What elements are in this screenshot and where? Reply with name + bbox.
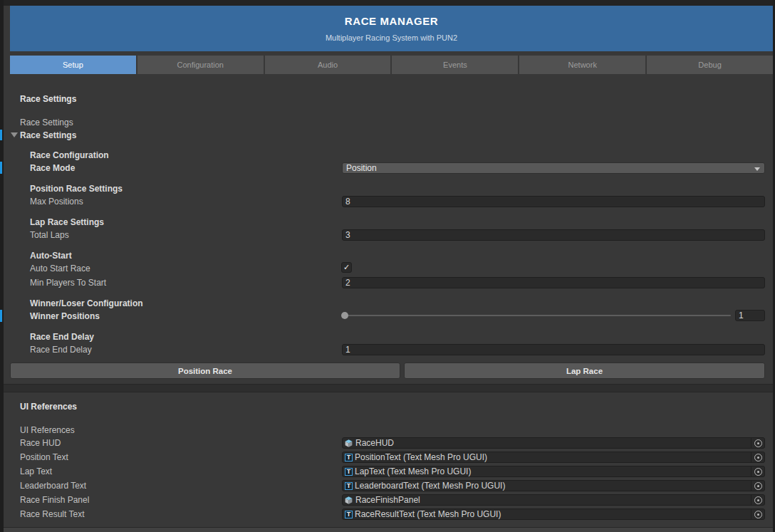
- chevron-down-icon: [754, 167, 760, 171]
- total-laps-label: Total Laps: [30, 229, 69, 241]
- max-positions-field[interactable]: 8: [342, 196, 765, 207]
- header-banner: RACE MANAGER Multiplayer Racing System w…: [10, 6, 773, 51]
- object-field-value: RaceHUD: [355, 438, 751, 448]
- tmp-text-icon: T: [345, 468, 353, 476]
- ui-references-section-title: UI References: [20, 401, 77, 412]
- race-settings-group-label: Race Settings: [20, 117, 73, 128]
- tmp-text-icon: T: [345, 454, 353, 461]
- lap-race-settings-header: Lap Race Settings: [30, 217, 104, 228]
- next-section-strip: [4, 527, 773, 532]
- position-race-button[interactable]: Position Race: [10, 363, 400, 379]
- gameobject-icon: [344, 496, 354, 505]
- auto-start-race-checkbox[interactable]: ✓: [341, 262, 352, 273]
- tmp-text-icon: T: [345, 482, 353, 490]
- race-end-delay-header: Race End Delay: [30, 331, 94, 343]
- race-result-text-label: Race Result Text: [20, 508, 85, 520]
- object-field-value: PositionText (Text Mesh Pro UGUI): [355, 452, 751, 462]
- object-field-value: LeaderboardText (Text Mesh Pro UGUI): [355, 481, 751, 491]
- lap-text-object-field[interactable]: T LapText (Text Mesh Pro UGUI): [342, 466, 765, 477]
- winner-positions-slider-track[interactable]: [342, 315, 731, 316]
- object-picker-icon[interactable]: [751, 509, 764, 519]
- auto-start-header: Auto-Start: [30, 250, 72, 261]
- object-field-value: LapText (Text Mesh Pro UGUI): [355, 466, 751, 476]
- object-picker-icon[interactable]: [751, 452, 764, 462]
- tab-bar: Setup Configuration Audio Events Network…: [10, 56, 773, 74]
- object-picker-icon[interactable]: [751, 466, 764, 476]
- race-hud-label: Race HUD: [20, 437, 61, 449]
- window-edge-top: [0, 0, 775, 6]
- tmp-text-icon: T: [345, 511, 353, 518]
- auto-start-race-label: Auto Start Race: [30, 263, 90, 274]
- leaderboard-text-object-field[interactable]: T LeaderboardText (Text Mesh Pro UGUI): [342, 480, 765, 491]
- winner-positions-slider-handle[interactable]: [341, 312, 348, 319]
- lap-race-button[interactable]: Lap Race: [404, 363, 765, 379]
- race-hud-object-field[interactable]: RaceHUD: [342, 437, 765, 449]
- leaderboard-text-label: Leaderboard Text: [20, 480, 86, 491]
- object-picker-icon[interactable]: [751, 438, 764, 448]
- lap-text-label: Lap Text: [20, 466, 52, 477]
- tab-network[interactable]: Network: [519, 56, 645, 74]
- position-text-object-field[interactable]: T PositionText (Text Mesh Pro UGUI): [342, 452, 765, 463]
- min-players-label: Min Players To Start: [30, 277, 106, 288]
- tab-configuration[interactable]: Configuration: [137, 56, 264, 74]
- race-settings-foldout[interactable]: Race Settings: [20, 130, 76, 141]
- tab-audio[interactable]: Audio: [265, 56, 391, 74]
- foldout-arrow-icon[interactable]: [11, 132, 18, 137]
- object-picker-icon[interactable]: [751, 495, 764, 505]
- gameobject-icon: [344, 439, 354, 448]
- override-indicator: [0, 130, 2, 140]
- max-positions-label: Max Positions: [30, 196, 83, 207]
- race-finish-panel-object-field[interactable]: RaceFinishPanel: [342, 494, 765, 506]
- tab-setup[interactable]: Setup: [10, 56, 136, 74]
- race-result-text-object-field[interactable]: T RaceResultText (Text Mesh Pro UGUI): [342, 508, 765, 520]
- race-end-delay-label: Race End Delay: [30, 344, 92, 355]
- winner-positions-value-field[interactable]: 1: [735, 310, 765, 321]
- min-players-field[interactable]: 2: [342, 277, 765, 288]
- position-race-settings-header: Position Race Settings: [30, 183, 123, 194]
- tab-debug[interactable]: Debug: [647, 56, 773, 74]
- page-title: RACE MANAGER: [345, 15, 438, 27]
- override-indicator: [0, 310, 2, 322]
- section-divider: [4, 384, 773, 392]
- checkmark-icon: ✓: [343, 263, 350, 271]
- page-subtitle: Multiplayer Racing System with PUN2: [326, 33, 457, 42]
- race-configuration-header: Race Configuration: [30, 150, 109, 161]
- race-finish-panel-label: Race Finish Panel: [20, 494, 89, 506]
- race-mode-label: Race Mode: [30, 162, 75, 174]
- object-field-value: RaceResultText (Text Mesh Pro UGUI): [355, 509, 751, 519]
- winner-positions-label: Winner Positions: [30, 311, 100, 322]
- object-picker-icon[interactable]: [751, 481, 764, 491]
- race-mode-value: Position: [346, 163, 377, 173]
- object-field-value: RaceFinishPanel: [355, 495, 751, 505]
- window-edge-left: [0, 0, 4, 532]
- race-settings-section-title: Race Settings: [20, 93, 76, 105]
- winner-loser-header: Winner/Loser Configuration: [30, 298, 143, 309]
- tab-events[interactable]: Events: [392, 56, 518, 74]
- race-manager-inspector: RACE MANAGER Multiplayer Racing System w…: [0, 0, 775, 532]
- position-text-label: Position Text: [20, 452, 68, 463]
- total-laps-field[interactable]: 3: [342, 229, 765, 241]
- race-end-delay-field[interactable]: 1: [342, 344, 765, 355]
- override-indicator: [0, 162, 2, 174]
- ui-references-group-label: UI References: [20, 424, 75, 436]
- race-mode-dropdown[interactable]: Position: [342, 162, 765, 174]
